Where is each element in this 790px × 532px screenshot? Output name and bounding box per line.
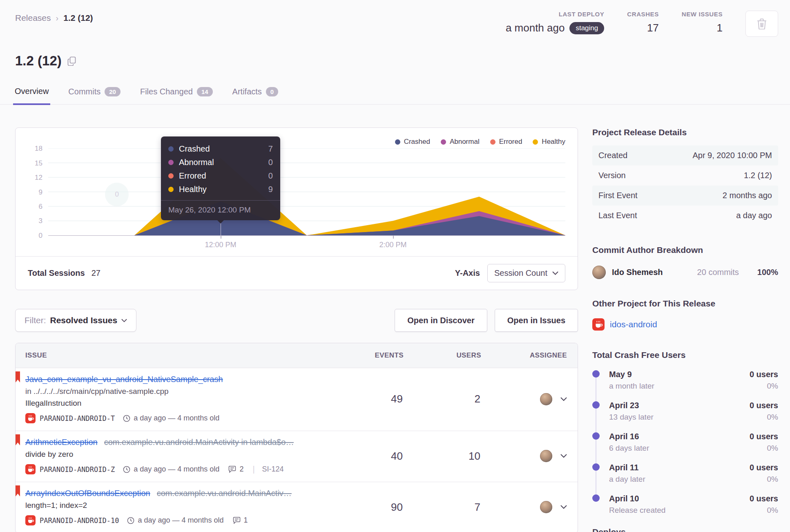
issue-ticket[interactable]: SI-124 <box>262 465 284 474</box>
section-title: Other Project for This Release <box>592 299 778 308</box>
header-stats: LAST DEPLOY a month ago staging CRASHES … <box>506 11 778 37</box>
x-tick <box>221 236 221 239</box>
open-in-discover-button[interactable]: Open in Discover <box>395 309 487 332</box>
sessions-area-chart[interactable]: 1815 129 63 0 0 Crashed <box>48 148 565 236</box>
legend-healthy[interactable]: Healthy <box>533 138 565 146</box>
release-title-row: 1.2 (12) <box>15 53 778 69</box>
trash-icon <box>757 18 767 29</box>
stat-crashes: CRASHES 17 <box>627 11 659 34</box>
project-chip[interactable]: PARANOID-ANDROID-Z <box>25 464 115 474</box>
yaxis-select[interactable]: Session Count <box>487 264 565 282</box>
issue-comments[interactable]: 1 <box>233 516 248 525</box>
crashed-dot-icon <box>168 146 174 152</box>
assignee-cell <box>481 501 567 513</box>
timeline-dot-icon <box>592 463 600 471</box>
delete-release-button[interactable] <box>745 11 778 37</box>
chevron-down-icon <box>552 271 558 275</box>
issue-events-count: 90 <box>326 501 404 514</box>
meta-divider: | <box>252 465 254 474</box>
y-axis-labels: 1815 129 63 0 <box>25 148 42 235</box>
x-tick <box>393 236 394 239</box>
issue-detail: length=1; index=2 <box>25 501 326 510</box>
chevron-down-icon[interactable] <box>560 397 567 401</box>
commits-count-badge: 20 <box>105 87 121 96</box>
stat-new-issues-value: 1 <box>717 22 723 34</box>
coffee-project-icon <box>592 318 605 331</box>
issue-comments[interactable]: 2 <box>228 465 243 474</box>
timeline-dot-icon <box>592 432 600 440</box>
assignee-cell <box>481 450 567 462</box>
project-chip[interactable]: PARANOID-ANDROID-T <box>25 413 115 423</box>
issues-table: ISSUE EVENTS USERS ASSIGNEE Java_com_exa… <box>15 343 578 532</box>
release-sidebar: Project Release Details Created Apr 9, 2… <box>592 127 778 532</box>
issue-events-count: 49 <box>326 393 404 405</box>
copy-icon[interactable] <box>67 56 76 66</box>
timeline-dot-icon <box>592 494 600 502</box>
stat-new-issues: NEW ISSUES 1 <box>682 11 723 34</box>
errored-dot-icon <box>490 139 495 145</box>
bookmark-marker-icon <box>16 371 20 382</box>
stat-crashes-value: 17 <box>647 22 659 34</box>
crashed-dot-icon <box>395 139 400 145</box>
total-sessions-label: Total Sessions <box>28 268 85 278</box>
tab-commits[interactable]: Commits20 <box>67 83 122 104</box>
assignee-avatar[interactable] <box>540 501 552 513</box>
coffee-project-icon <box>25 464 36 474</box>
total-sessions-value: 27 <box>91 268 100 278</box>
open-in-issues-button[interactable]: Open in Issues <box>495 309 578 332</box>
assignee-avatar[interactable] <box>540 450 552 462</box>
legend-abnormal[interactable]: Abnormal <box>441 138 480 146</box>
chart-legend: Crashed Abnormal Errored Healthy <box>28 137 565 147</box>
detail-row-created: Created Apr 9, 2020 10:00 PM <box>592 145 778 165</box>
assignee-avatar[interactable] <box>540 393 552 405</box>
tooltip-row-crashed: Crashed 7 <box>168 142 273 156</box>
other-project-link[interactable]: idos-android <box>610 320 657 329</box>
issue-age: a day ago — 4 months old <box>123 465 219 474</box>
coffee-project-icon <box>25 413 36 423</box>
issue-culprit: com.example.vu.android.MainActiv… <box>157 489 292 498</box>
commit-author-breakdown-section: Commit Author Breakdown Ido Shemesh 20 c… <box>592 245 778 279</box>
deploys-section: Deploys <box>592 527 778 532</box>
legend-crashed[interactable]: Crashed <box>395 138 430 146</box>
coffee-project-icon <box>25 515 36 525</box>
author-avatar <box>592 266 606 279</box>
legend-errored[interactable]: Errored <box>490 138 522 146</box>
issue-users-count: 2 <box>404 393 481 405</box>
timeline-dot-icon <box>592 401 600 409</box>
stat-last-deploy-label: LAST DEPLOY <box>506 11 604 18</box>
stat-last-deploy: LAST DEPLOY a month ago staging <box>506 11 604 34</box>
issue-culprit: com.example.vu.android.MainActivity in l… <box>104 438 294 447</box>
yaxis-label: Y-Axis <box>455 268 480 278</box>
author-commit-count: 20 commits <box>697 268 739 277</box>
breadcrumb-releases[interactable]: Releases <box>15 13 51 23</box>
x-axis-labels: 12:00 PM 2:00 PM <box>48 236 565 255</box>
artifacts-count-badge: 0 <box>266 87 278 96</box>
errored-dot-icon <box>168 173 174 179</box>
tab-artifacts[interactable]: Artifacts0 <box>231 83 280 104</box>
issue-title-link[interactable]: ArrayIndexOutOfBoundsException <box>25 489 150 498</box>
section-title: Commit Author Breakdown <box>592 245 778 255</box>
tooltip-row-healthy: Healthy 9 <box>168 183 273 196</box>
project-chip[interactable]: PARANOID-ANDROID-10 <box>25 515 119 525</box>
chevron-down-icon[interactable] <box>560 505 567 509</box>
section-title: Project Release Details <box>592 127 778 137</box>
crash-free-users-section: Total Crash Free Users May 90 users a mo… <box>592 350 778 515</box>
issue-title-link[interactable]: Java_com_example_vu_android_NativeSample… <box>25 375 223 384</box>
chevron-down-icon[interactable] <box>560 454 567 458</box>
tooltip-timestamp: May 26, 2020 12:00 PM <box>161 200 280 220</box>
healthy-dot-icon <box>168 187 174 192</box>
issues-filter-dropdown[interactable]: Filter: Resolved Issues <box>15 309 136 332</box>
list-item: April 160 users 6 days later0% <box>592 432 778 453</box>
tab-files-changed[interactable]: Files Changed14 <box>138 83 214 104</box>
top-header: Releases › 1.2 (12) LAST DEPLOY a month … <box>15 11 778 37</box>
staging-badge: staging <box>569 22 604 34</box>
breadcrumb: Releases › 1.2 (12) <box>15 11 93 23</box>
issue-title-link[interactable]: ArithmeticException <box>25 438 98 447</box>
bookmark-marker-icon <box>16 485 20 496</box>
tooltip-arrow <box>216 219 225 228</box>
assignee-cell <box>481 393 567 405</box>
issue-age: a day ago — 4 months old <box>127 516 223 525</box>
abnormal-dot-icon <box>441 139 446 145</box>
tab-overview[interactable]: Overview <box>13 83 50 105</box>
author-name: Ido Shemesh <box>612 268 663 277</box>
